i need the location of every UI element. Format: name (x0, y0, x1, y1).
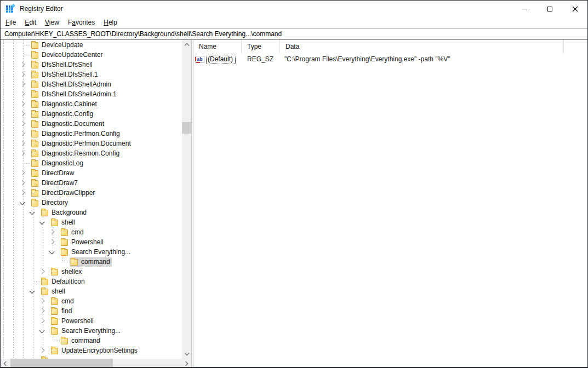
chevron-right-icon[interactable] (20, 72, 25, 77)
tree-item-content[interactable]: Diagnostic.Perfmon.Document (30, 139, 133, 148)
close-button[interactable] (562, 1, 587, 17)
tree-item-command[interactable]: command (1, 336, 182, 346)
value-name-cell[interactable]: ab(Default) (193, 55, 242, 64)
tree-item-content[interactable]: shell (40, 287, 67, 296)
tree-item-directdraw7[interactable]: DirectDraw7 (1, 178, 182, 188)
tree-item-content[interactable]: DirectDrawClipper (30, 188, 96, 198)
chevron-down-icon[interactable] (49, 249, 55, 254)
chevron-down-icon[interactable] (20, 199, 25, 205)
tree-item-content[interactable]: Directory (30, 198, 70, 208)
column-header-data[interactable]: Data (280, 40, 564, 53)
tree-item-background[interactable]: Background (1, 208, 182, 217)
scroll-down-button[interactable] (182, 349, 191, 359)
chevron-right-icon[interactable] (49, 239, 55, 245)
tree-item-powershell[interactable]: Powershell (1, 237, 182, 247)
tree-item-diagnostic-perfmon-config[interactable]: Diagnostic.Perfmon.Config (1, 129, 182, 139)
chevron-right-icon[interactable] (20, 141, 25, 146)
chevron-right-icon[interactable] (20, 121, 25, 127)
chevron-right-icon[interactable] (20, 190, 25, 196)
tree-item-content[interactable]: DeviceUpdate (30, 41, 84, 50)
column-header-type[interactable]: Type (242, 40, 280, 53)
minimize-button[interactable] (512, 1, 537, 17)
tree-item-command[interactable]: command (1, 257, 182, 267)
scroll-up-button[interactable] (182, 40, 191, 49)
tree-item-diagnostic-config[interactable]: Diagnostic.Config (1, 109, 182, 119)
tree-vertical-scrollbar[interactable] (182, 40, 191, 359)
tree-item-content[interactable]: Background (40, 208, 88, 217)
tree-item-content[interactable]: cmd (50, 297, 76, 306)
menu-favorites[interactable]: Favorites (64, 18, 99, 28)
tree-item-shell[interactable]: shell (1, 217, 182, 227)
tree-item-content[interactable]: find (50, 307, 73, 316)
menu-help[interactable]: Help (99, 18, 122, 28)
tree-item-content[interactable]: DefaultIcon (40, 277, 87, 286)
tree-item-shellex[interactable]: shellex (1, 267, 182, 277)
value-row-default[interactable]: ab(Default)REG_SZ"C:\Program Files\Every… (193, 54, 587, 64)
tree-item-content[interactable]: DfsShell.DfsShell (30, 60, 94, 70)
tree-item-directdraw[interactable]: DirectDraw (1, 168, 182, 178)
chevron-right-icon[interactable] (39, 308, 45, 314)
tree-item-content[interactable]: DiagnosticLog (30, 159, 85, 168)
tree-item-updateencryptionsettings[interactable]: UpdateEncryptionSettings (1, 346, 182, 355)
tree-item-content[interactable]: Diagnostic.Config (30, 110, 95, 119)
tree-item-content[interactable]: Diagnostic.Resmon.Config (30, 149, 121, 158)
chevron-right-icon[interactable] (20, 62, 25, 67)
tree-item-diagnostic-perfmon-document[interactable]: Diagnostic.Perfmon.Document (1, 139, 182, 148)
tree-item-dfsshell-dfsshelladmin-1[interactable]: DfsShell.DfsShellAdmin.1 (1, 89, 182, 99)
tree-item-shell[interactable]: shell (1, 286, 182, 296)
tree-item-content[interactable]: DirectDraw (30, 169, 76, 178)
chevron-right-icon[interactable] (49, 229, 55, 235)
tree-item-powershell[interactable]: Powershell (1, 316, 182, 326)
tree-item-content[interactable]: shellex (50, 267, 83, 277)
tree-horizontal-scrollbar[interactable] (1, 359, 191, 368)
chevron-right-icon[interactable] (39, 269, 45, 274)
tree-item-dfsshell-dfsshelladmin[interactable]: DfsShell.DfsShellAdmin (1, 79, 182, 89)
tree-item-content[interactable]: UpdateEncryptionSettings (50, 346, 139, 355)
tree-item-content[interactable]: shell (50, 218, 77, 227)
tree-item-content[interactable]: Diagnostic.Cabinet (30, 100, 99, 109)
tree-item-diagnostic-resmon-config[interactable]: Diagnostic.Resmon.Config (1, 148, 182, 158)
tree-item-content[interactable]: DfsShell.DfsShell.1 (30, 70, 100, 79)
chevron-right-icon[interactable] (20, 131, 25, 136)
chevron-right-icon[interactable] (20, 151, 25, 156)
chevron-right-icon[interactable] (20, 91, 25, 97)
maximize-button[interactable] (537, 1, 562, 17)
tree-item-content[interactable]: cmd (60, 228, 85, 237)
tree-item-dfsshell-dfsshell-1[interactable]: DfsShell.DfsShell.1 (1, 70, 182, 79)
tree-item-cmd[interactable]: cmd (1, 227, 182, 237)
tree-item-search-everything[interactable]: Search Everything... (1, 247, 182, 257)
tree-item-diagnostic-cabinet[interactable]: Diagnostic.Cabinet (1, 99, 182, 109)
tree-item-dfsshell-dfsshell[interactable]: DfsShell.DfsShell (1, 60, 182, 70)
chevron-right-icon[interactable] (20, 170, 25, 176)
chevron-down-icon[interactable] (39, 219, 45, 225)
chevron-right-icon[interactable] (39, 348, 45, 353)
address-input[interactable] (1, 29, 587, 39)
chevron-down-icon[interactable] (30, 209, 35, 215)
tree-item-content[interactable]: DirectDraw7 (30, 179, 79, 188)
tree-item-content[interactable]: DfsShell.DfsShellAdmin.1 (30, 90, 118, 99)
tree-item-content[interactable]: Diagnostic.Perfmon.Config (30, 129, 122, 139)
tree-item-directdrawclipper[interactable]: DirectDrawClipper (1, 188, 182, 198)
chevron-right-icon[interactable] (20, 111, 25, 117)
menu-view[interactable]: View (41, 18, 64, 28)
tree-item-content[interactable]: Search Everything... (60, 248, 132, 257)
tree-item-content[interactable]: DeviceUpdateCenter (30, 50, 104, 60)
menu-edit[interactable]: Edit (20, 18, 41, 28)
scroll-left-button[interactable] (1, 359, 10, 368)
tree-item-defaulticon[interactable]: DefaultIcon (1, 277, 182, 286)
tree-item-cmd[interactable]: cmd (1, 296, 182, 306)
tree-item-content[interactable]: Diagnostic.Document (30, 119, 106, 129)
chevron-down-icon[interactable] (30, 288, 35, 294)
tree-item-find[interactable]: find (1, 306, 182, 316)
column-header-name[interactable]: Name (193, 40, 242, 53)
tree-selection[interactable]: command (70, 257, 112, 267)
tree-item-content[interactable]: DfsShell.DfsShellAdmin (30, 80, 113, 89)
chevron-right-icon[interactable] (39, 318, 45, 324)
tree-item-content[interactable]: Powershell (50, 317, 95, 326)
scroll-right-button[interactable] (182, 359, 191, 368)
tree-item-search-everything[interactable]: Search Everything... (1, 326, 182, 336)
menu-file[interactable]: File (1, 18, 20, 28)
chevron-right-icon[interactable] (20, 82, 25, 87)
tree-item-content[interactable]: command (60, 336, 102, 346)
tree-item-diagnostic-document[interactable]: Diagnostic.Document (1, 119, 182, 129)
